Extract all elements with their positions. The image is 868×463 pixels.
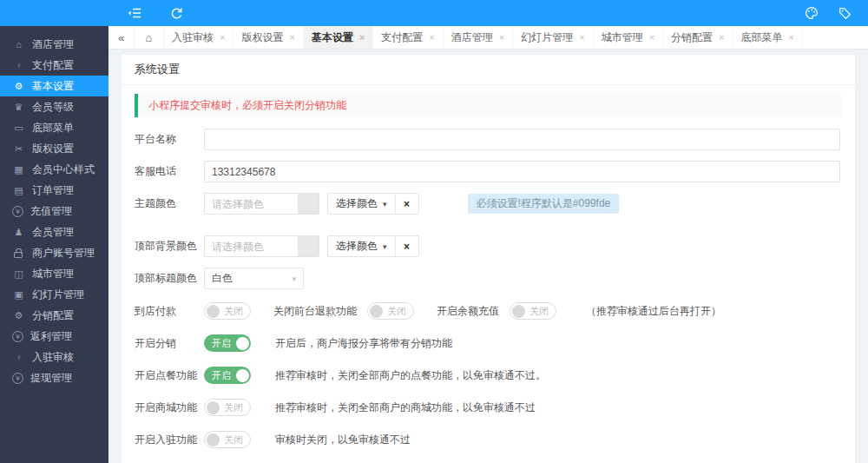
close-icon[interactable]: × xyxy=(499,33,504,43)
top-bg-color-buttons: 选择颜色 ▾ × xyxy=(327,235,419,257)
select-value: 白色 xyxy=(212,271,233,286)
toggle-knob xyxy=(236,337,249,350)
tabs-container: 入驻审核×版权设置×基本设置×支付配置×酒店管理×幻灯片管理×城市管理×分销配置… xyxy=(164,26,803,49)
sidebar-item-distribution-config[interactable]: ⚙分销配置 xyxy=(0,305,108,326)
choose-color-label: 选择颜色 xyxy=(336,196,378,211)
tag-icon[interactable] xyxy=(837,5,852,21)
theme-color-input[interactable] xyxy=(204,193,298,215)
top-title-color-row: 顶部标题颜色 白色 ▾ xyxy=(135,268,842,289)
sidebar-item-member-level[interactable]: ♛会员等级 xyxy=(0,96,108,117)
top-bg-color-swatch[interactable] xyxy=(298,235,319,257)
sidebar-item-label: 返利管理 xyxy=(30,329,72,344)
tab-bottom-menu[interactable]: 底部菜单× xyxy=(733,26,803,49)
front-refund-toggle[interactable]: 关闭 xyxy=(367,302,414,320)
tab-hotel-management[interactable]: 酒店管理× xyxy=(444,26,513,49)
sidebar-item-label: 订单管理 xyxy=(32,183,74,198)
sidebar-item-withdrawal-management[interactable]: ¥提现管理 xyxy=(0,367,108,388)
theme-color-note-badge: 必须设置!程序默认是#099fde xyxy=(468,194,620,214)
sidebar-item-copyright-settings[interactable]: ✂版权设置 xyxy=(0,138,108,159)
refund-toggle-label: 关闭前台退款功能 xyxy=(273,304,357,319)
sidebar-item-label: 幻灯片管理 xyxy=(32,288,84,302)
recharge-toggle-label: 开启余额充值 xyxy=(437,304,499,319)
balance-recharge-toggle[interactable]: 关闭 xyxy=(510,302,556,320)
home-tab-icon[interactable]: ⌂ xyxy=(135,26,164,49)
collapse-menu-icon[interactable] xyxy=(127,5,142,21)
distribution-hint: 开启后，商户海报分享将带有分销功能 xyxy=(275,336,452,351)
top-bg-color-picker xyxy=(204,235,319,257)
tab-copyright-settings[interactable]: 版权设置× xyxy=(233,26,303,49)
sidebar-item-label: 会员管理 xyxy=(32,225,74,240)
mall-row: 开启商城功能 关闭 推荐审核时，关闭全部商户的商城功能，以免审核通不过 xyxy=(135,399,842,416)
sidebar-item-member-center-style[interactable]: ▦会员中心样式 xyxy=(0,159,108,180)
sidebar-item-bottom-menu[interactable]: ▭底部菜单 xyxy=(0,117,108,138)
top-title-color-select[interactable]: 白色 ▾ xyxy=(204,268,304,289)
top-bg-clear-color-button[interactable]: × xyxy=(396,236,418,256)
palette-icon[interactable] xyxy=(804,5,819,21)
tab-label: 分销配置 xyxy=(671,30,713,45)
sidebar-item-label: 会员等级 xyxy=(32,100,74,115)
tab-label: 底部菜单 xyxy=(741,30,783,45)
pay-at-store-toggle[interactable]: 关闭 xyxy=(204,302,251,320)
tab-slideshow-management[interactable]: 幻灯片管理× xyxy=(513,26,593,49)
sidebar-item-label: 城市管理 xyxy=(32,267,74,281)
close-icon[interactable]: × xyxy=(789,33,794,43)
caret-down-icon: ▾ xyxy=(292,274,296,283)
theme-color-swatch[interactable] xyxy=(298,193,319,215)
tab-basic-settings[interactable]: 基本设置× xyxy=(304,26,373,49)
pay-at-store-row: 到店付款 关闭 关闭前台退款功能 关闭 开启余额充值 关闭 （推荐审核通过后台再… xyxy=(135,302,842,320)
theme-clear-color-button[interactable]: × xyxy=(396,194,418,214)
window-icon: ▭ xyxy=(12,122,25,134)
service-phone-input[interactable] xyxy=(204,161,840,182)
sidebar-item-slideshow-management[interactable]: ▣幻灯片管理 xyxy=(0,284,108,305)
sidebar-item-label: 基本设置 xyxy=(32,79,74,94)
close-icon[interactable]: × xyxy=(289,33,294,43)
sidebar-item-hotel-management[interactable]: ⌂酒店管理 xyxy=(0,34,108,55)
service-phone-label: 客服电话 xyxy=(135,164,204,179)
tab-distribution-config[interactable]: 分销配置× xyxy=(663,26,733,49)
refresh-icon[interactable] xyxy=(168,5,184,21)
close-icon[interactable]: × xyxy=(579,33,584,43)
close-icon[interactable]: × xyxy=(220,33,225,43)
theme-choose-color-button[interactable]: 选择颜色 ▾ xyxy=(328,194,396,214)
settings-panel: 系统设置 小程序提交审核时，必须开启关闭分销功能 平台名称 客服电话 主题颜色 xyxy=(122,55,855,463)
ordering-label: 开启点餐功能 xyxy=(135,368,204,383)
close-icon[interactable]: × xyxy=(719,33,724,43)
layout-icon: ▦ xyxy=(12,164,25,175)
sidebar-item-label: 会员中心样式 xyxy=(32,162,95,177)
platform-name-row: 平台名称 xyxy=(135,129,842,150)
mall-hint: 推荐审核时，关闭全部商户的商城功能，以免审核通不过 xyxy=(275,400,536,415)
top-bg-choose-color-button[interactable]: 选择颜色 ▾ xyxy=(328,236,396,256)
sidebar-item-recharge-management[interactable]: ¥充值管理 xyxy=(0,201,108,222)
settle-in-toggle[interactable]: 关闭 xyxy=(204,431,251,448)
distribution-toggle[interactable]: 开启 xyxy=(204,334,251,352)
close-icon[interactable]: × xyxy=(359,33,365,43)
ordering-toggle[interactable]: 开启 xyxy=(204,367,251,384)
sidebar-item-member-management[interactable]: ♟会员管理 xyxy=(0,222,108,242)
tabs-back-icon[interactable]: « xyxy=(108,26,135,49)
close-icon[interactable]: × xyxy=(429,33,434,43)
mall-toggle[interactable]: 关闭 xyxy=(204,399,251,416)
sidebar-item-label: 分销配置 xyxy=(32,308,74,323)
tab-label: 入驻审核 xyxy=(172,30,214,45)
sidebar-item-payment-config[interactable]: ♀支付配置 xyxy=(0,55,108,76)
sidebar-item-order-management[interactable]: ▤订单管理 xyxy=(0,180,108,201)
tab-city-management[interactable]: 城市管理× xyxy=(594,26,663,49)
distribution-row: 开启分销 开启 开启后，商户海报分享将带有分销功能 xyxy=(135,334,842,352)
platform-name-input[interactable] xyxy=(204,129,840,150)
distribution-label: 开启分销 xyxy=(135,336,204,351)
sidebar-item-basic-settings[interactable]: ⚙基本设置 xyxy=(0,76,108,96)
sidebar-item-rebate-management[interactable]: ¥返利管理 xyxy=(0,326,108,347)
sidebar-item-label: 商户账号管理 xyxy=(32,246,95,261)
tab-settle-in-review[interactable]: 入驻审核× xyxy=(164,26,233,49)
main-content: 系统设置 小程序提交审核时，必须开启关闭分销功能 平台名称 客服电话 主题颜色 xyxy=(108,50,868,463)
top-bg-color-input[interactable] xyxy=(204,235,298,257)
sidebar-item-settle-in-review[interactable]: ♀入驻审核 xyxy=(0,347,108,367)
sidebar-item-merchant-account-management[interactable]: 商户账号管理 xyxy=(0,242,108,263)
close-icon[interactable]: × xyxy=(649,33,654,43)
tab-payment-config[interactable]: 支付配置× xyxy=(373,26,443,49)
top-bg-color-label: 顶部背景颜色 xyxy=(135,239,204,254)
sidebar-item-city-management[interactable]: ◫城市管理 xyxy=(0,263,108,284)
image-icon: ▣ xyxy=(12,289,25,301)
alert-note: 小程序提交审核时，必须开启关闭分销功能 xyxy=(135,94,842,117)
pay-at-store-label: 到店付款 xyxy=(135,304,204,319)
